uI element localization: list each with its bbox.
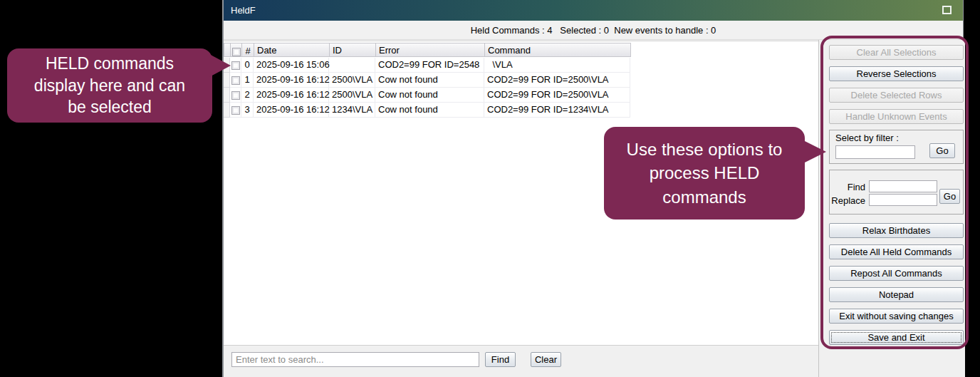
find-input[interactable] [869, 180, 937, 192]
window-title: HeldF [231, 0, 256, 21]
row-checkbox-cell[interactable] [230, 103, 241, 118]
cell-command: COD2=99 FOR ID=2500\VLA [484, 88, 630, 103]
find-replace-group: Find Replace Go [829, 170, 964, 215]
search-clear-button[interactable]: Clear [531, 352, 561, 367]
callout-line: be selected [7, 96, 212, 118]
filter-input[interactable] [835, 145, 915, 159]
delete-all-held-commands-button[interactable]: Delete All Held Commands [829, 244, 964, 259]
select-by-filter-group: Select by filter : Go [829, 130, 964, 164]
cell-num: 1 [241, 73, 254, 88]
maximize-icon[interactable] [942, 6, 952, 14]
repost-all-commands-button[interactable]: Repost All Commands [829, 266, 964, 281]
reverse-selections-button[interactable]: Reverse Selections [829, 66, 964, 81]
col-header-num[interactable]: # [242, 43, 254, 57]
cell-date: 2025-09-16 16:12 [254, 103, 329, 118]
exit-without-saving-button[interactable]: Exit without saving changes [829, 309, 964, 324]
row-checkbox-cell[interactable] [230, 73, 241, 88]
row-checkbox[interactable] [231, 61, 240, 70]
callout-line: process HELD [604, 161, 805, 185]
save-and-exit-button[interactable]: Save and Exit [829, 330, 964, 345]
cell-command: COD2=99 FOR ID=2500\VLA [484, 73, 630, 88]
col-header-date[interactable]: Date [254, 43, 330, 57]
replace-label: Replace [830, 195, 865, 206]
select-all-header[interactable] [231, 43, 242, 57]
table-row[interactable]: 2 2025-09-16 16:12 2500\VLA Cow not foun… [224, 88, 630, 103]
cell-id: 1234\VLA [329, 103, 375, 118]
cell-date: 2025-09-16 15:06 [254, 58, 329, 73]
relax-birthdates-button[interactable]: Relax Birthdates [829, 223, 964, 238]
callout-line: commands [604, 185, 805, 209]
find-replace-go-button[interactable]: Go [939, 189, 960, 204]
heldf-window: HeldF Held Commands : 4 Selected : 0 New… [222, 0, 964, 377]
cell-num: 3 [241, 103, 254, 118]
filter-go-button[interactable]: Go [929, 143, 955, 158]
row-indicator [224, 88, 230, 103]
cell-error: Cow not found [375, 73, 484, 88]
actions-panel: Clear All Selections Reverse Selections … [818, 40, 965, 377]
table-row[interactable]: 3 2025-09-16 16:12 1234\VLA Cow not foun… [224, 103, 630, 118]
row-checkbox-cell[interactable] [230, 58, 241, 73]
cell-command [484, 58, 630, 73]
search-find-button[interactable]: Find [485, 352, 516, 367]
cell-date: 2025-09-16 16:12 [254, 88, 329, 103]
row-checkbox-cell[interactable] [230, 88, 241, 103]
cell-id [329, 58, 375, 73]
row-checkbox[interactable] [231, 76, 240, 85]
select-all-checkbox[interactable] [232, 48, 241, 56]
cell-num: 0 [241, 58, 254, 73]
select-by-filter-label: Select by filter : [835, 133, 899, 143]
left-callout-arrow [209, 54, 231, 77]
notepad-button[interactable]: Notepad [829, 287, 964, 302]
row-indicator [224, 103, 230, 118]
cell-command: COD2=99 FOR ID=1234\VLA [484, 103, 630, 118]
callout-line: display here and can [7, 75, 212, 97]
search-bar: Find Clear [224, 345, 818, 377]
cell-id: 2500\VLA [329, 88, 375, 103]
grid-header: # Date ID Error Command [224, 43, 631, 57]
cell-error: COD2=99 FOR ID=2548 \VLA [375, 58, 484, 73]
row-checkbox[interactable] [231, 106, 240, 115]
find-label: Find [830, 182, 865, 192]
cell-num: 2 [241, 88, 254, 103]
delete-selected-rows-button[interactable]: Delete Selected Rows [829, 88, 964, 103]
status-bar: Held Commands : 4 Selected : 0 New event… [224, 21, 963, 40]
cell-error: Cow not found [375, 103, 484, 118]
row-checkbox[interactable] [231, 91, 240, 100]
table-row[interactable]: 1 2025-09-16 16:12 2500\VLA Cow not foun… [224, 73, 630, 88]
screenshot-stage: HeldF Held Commands : 4 Selected : 0 New… [0, 0, 980, 377]
col-header-error[interactable]: Error [376, 43, 485, 57]
table-row[interactable]: 0 2025-09-16 15:06 COD2=99 FOR ID=2548 \… [224, 58, 630, 73]
clear-all-selections-button[interactable]: Clear All Selections [829, 45, 964, 60]
title-bar[interactable]: HeldF [224, 0, 963, 21]
held-commands-callout: HELD commands display here and can be se… [7, 48, 212, 123]
handle-unknown-events-button[interactable]: Handle Unknown Events [829, 109, 964, 124]
cell-date: 2025-09-16 16:12 [254, 73, 329, 88]
search-input[interactable] [231, 352, 479, 367]
cell-error: Cow not found [375, 88, 484, 103]
replace-input[interactable] [869, 194, 937, 206]
right-callout-arrow [802, 140, 826, 164]
callout-line: Use these options to [604, 138, 805, 161]
callout-line: HELD commands [7, 53, 212, 75]
process-options-callout: Use these options to process HELD comman… [604, 127, 805, 220]
col-header-id[interactable]: ID [330, 43, 376, 57]
col-header-command[interactable]: Command [485, 43, 631, 57]
cell-id: 2500\VLA [329, 73, 375, 88]
